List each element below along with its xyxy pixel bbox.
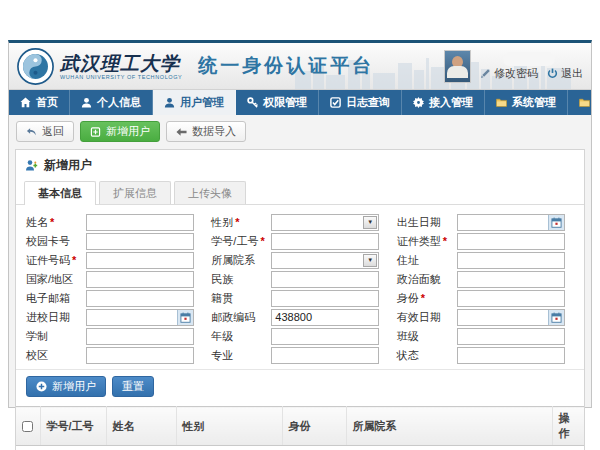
political-status-input[interactable] <box>457 271 565 288</box>
nav-item-permission-management[interactable]: 权限管理 <box>236 90 319 115</box>
postal-code-input[interactable] <box>271 309 379 326</box>
nav-item-user-management[interactable]: 用户管理 <box>153 90 236 115</box>
field-label-student-staff-id: 学号/工号* <box>211 234 271 249</box>
nav-item-label: 系统管理 <box>512 95 556 110</box>
email-input[interactable] <box>86 290 194 307</box>
id-type-input[interactable] <box>457 233 565 250</box>
avatar <box>444 50 471 83</box>
required-marker: * <box>421 292 425 304</box>
chevron-down-icon[interactable]: ▼ <box>363 254 377 267</box>
form-field-ethnicity: 民族 <box>211 270 388 288</box>
calendar-icon[interactable] <box>548 215 564 230</box>
gear-icon <box>413 97 424 108</box>
change-password-link[interactable]: 修改密码 <box>480 66 538 81</box>
logout-link[interactable]: 退出 <box>547 66 583 81</box>
home-icon <box>20 97 31 108</box>
column-header-4: 身份 <box>282 407 346 446</box>
field-label-grade: 年级 <box>211 329 271 344</box>
chevron-down-icon[interactable]: ▼ <box>363 216 377 229</box>
field-label-email: 电子邮箱 <box>26 291 86 306</box>
education-length-input[interactable] <box>86 328 194 345</box>
valid-date-field <box>457 309 565 326</box>
select-all-cell <box>16 407 40 446</box>
users-table: 学号/工号姓名性别身份所属院系操作 <box>16 406 584 450</box>
field-label-class: 班级 <box>397 329 457 344</box>
university-logo <box>17 48 54 85</box>
required-marker: * <box>235 216 239 228</box>
form-field-entry-date: 进校日期 <box>26 308 203 326</box>
calendar-icon[interactable] <box>177 310 193 325</box>
identity-input[interactable] <box>457 290 565 307</box>
university-name-en: WUHAN UNIVERSITY OF TECHNOLOGY <box>60 74 182 80</box>
nav-item-subscription-management[interactable]: 订阅管理 <box>568 90 600 115</box>
nav-item-profile[interactable]: 个人信息 <box>70 90 153 115</box>
name-input[interactable] <box>86 214 194 231</box>
field-label-campus-card-no: 校园卡号 <box>26 234 86 249</box>
nav-item-label: 权限管理 <box>263 95 307 110</box>
data-import-button[interactable]: 数据导入 <box>166 121 246 142</box>
calendar-icon[interactable] <box>548 310 564 325</box>
nav-item-label: 用户管理 <box>180 95 224 110</box>
column-header-6: 操作 <box>552 407 584 446</box>
select-all-checkbox[interactable] <box>22 421 33 432</box>
brand: 武汉理工大学 WUHAN UNIVERSITY OF TECHNOLOGY 统一… <box>17 48 374 85</box>
form-field-postal-code: 邮政编码 <box>211 308 388 326</box>
grade-input[interactable] <box>271 328 379 345</box>
status-input[interactable] <box>457 347 565 364</box>
field-label-political-status: 政治面貌 <box>397 272 457 287</box>
entry-date-field <box>86 309 194 326</box>
form-field-email: 电子邮箱 <box>26 289 203 307</box>
form-field-status: 状态 <box>397 346 574 364</box>
tab-upload-avatar[interactable]: 上传头像 <box>174 181 246 204</box>
folder-icon <box>579 97 590 108</box>
nav-item-home[interactable]: 首页 <box>9 90 70 115</box>
submit-add-user-button[interactable]: 新增用户 <box>26 376 106 397</box>
entry-date-input[interactable] <box>87 311 177 324</box>
form-field-name: 姓名* <box>26 213 203 231</box>
form-field-id-number: 证件号码* <box>26 251 203 269</box>
nav-item-system-management[interactable]: 系统管理 <box>485 90 568 115</box>
nav-item-label: 个人信息 <box>97 95 141 110</box>
table-header-row: 学号/工号姓名性别身份所属院系操作 <box>16 407 584 446</box>
student-staff-id-input[interactable] <box>271 233 379 250</box>
department-select[interactable]: ▼ <box>271 252 379 269</box>
tab-extended-info[interactable]: 扩展信息 <box>99 181 171 204</box>
tab-basic-info[interactable]: 基本信息 <box>24 181 96 205</box>
class-input[interactable] <box>457 328 565 345</box>
country-region-input[interactable] <box>86 271 194 288</box>
section-title: 新增用户 <box>44 157 92 174</box>
section-header: 新增用户 <box>16 150 584 178</box>
valid-date-input[interactable] <box>458 311 548 324</box>
campus-card-no-input[interactable] <box>86 233 194 250</box>
toolbar: 返回 新增用户 数据导入 <box>15 119 585 149</box>
column-header-3: 性别 <box>176 407 282 446</box>
major-input[interactable] <box>271 347 379 364</box>
back-arrow-icon <box>26 127 37 137</box>
field-label-id-number: 证件号码* <box>26 253 86 268</box>
new-user-form: 姓名*性别*▼出生日期校园卡号学号/工号*证件类型*证件号码*所属院系▼住址国家… <box>16 205 584 369</box>
gender-select[interactable]: ▼ <box>271 214 379 231</box>
field-label-name: 姓名* <box>26 215 86 230</box>
native-place-input[interactable] <box>271 290 379 307</box>
form-field-gender: 性别*▼ <box>211 213 388 231</box>
birth-date-input[interactable] <box>458 216 548 229</box>
address-input[interactable] <box>457 252 565 269</box>
back-button[interactable]: 返回 <box>16 121 74 142</box>
field-label-postal-code: 邮政编码 <box>211 310 271 325</box>
id-number-input[interactable] <box>86 252 194 269</box>
form-field-valid-date: 有效日期 <box>397 308 574 326</box>
nav-item-access-management[interactable]: 接入管理 <box>402 90 485 115</box>
required-marker: * <box>50 216 54 228</box>
add-user-toolbar-button[interactable]: 新增用户 <box>80 121 160 142</box>
nav-item-log-query[interactable]: 日志查询 <box>319 90 402 115</box>
plus-circle-icon <box>36 381 47 392</box>
form-field-id-type: 证件类型* <box>397 232 574 250</box>
university-name-cn: 武汉理工大学 <box>60 53 182 73</box>
ethnicity-input[interactable] <box>271 271 379 288</box>
reset-button[interactable]: 重置 <box>112 376 154 397</box>
platform-title: 统一身份认证平台 <box>198 53 374 79</box>
form-field-birth-date: 出生日期 <box>397 213 574 231</box>
campus-input[interactable] <box>86 347 194 364</box>
user-area: 修改密码 退出 <box>444 48 583 85</box>
field-label-department: 所属院系 <box>211 253 271 268</box>
